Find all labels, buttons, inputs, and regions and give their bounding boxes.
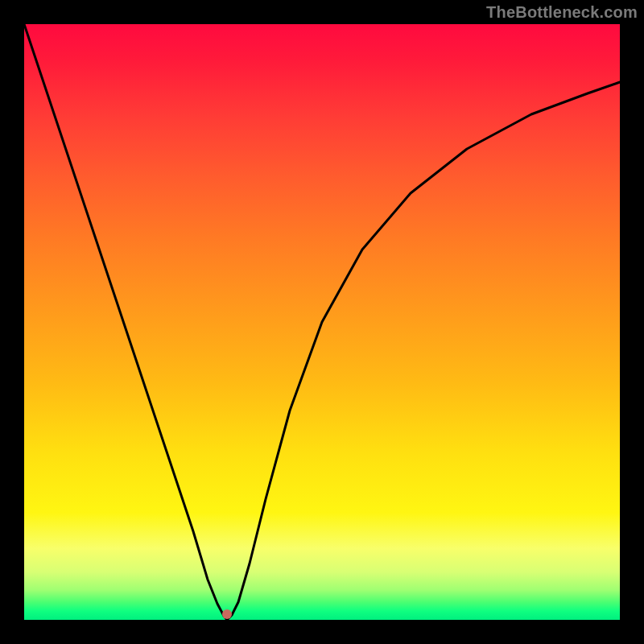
bottleneck-curve	[24, 24, 620, 620]
curve-path	[24, 24, 620, 620]
chart-frame: TheBottleneck.com	[0, 0, 644, 644]
plot-area	[24, 24, 620, 620]
marker-dot	[222, 609, 232, 619]
watermark-text: TheBottleneck.com	[486, 3, 638, 22]
